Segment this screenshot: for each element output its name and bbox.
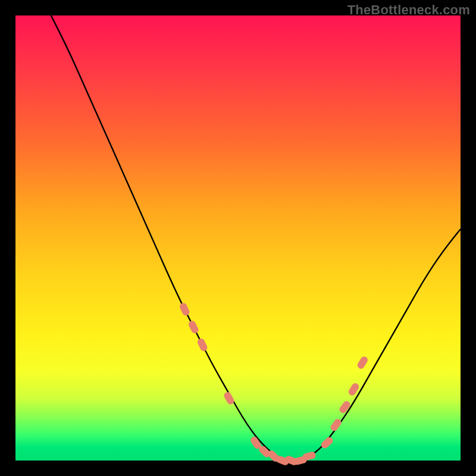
svg-rect-3 — [223, 391, 235, 406]
svg-rect-1 — [187, 320, 200, 334]
marker-group — [178, 302, 369, 466]
marker-point — [178, 302, 190, 317]
chart-frame: TheBottleneck.com — [0, 0, 476, 476]
marker-point — [320, 436, 334, 450]
bottleneck-curve — [51, 15, 461, 461]
marker-point — [196, 337, 209, 352]
watermark-text: TheBottleneck.com — [347, 2, 470, 18]
marker-point — [187, 320, 200, 334]
svg-rect-13 — [338, 400, 352, 415]
chart-overlay — [15, 15, 461, 461]
svg-rect-2 — [196, 337, 209, 352]
marker-point — [338, 400, 352, 415]
svg-rect-10 — [302, 451, 317, 461]
svg-rect-15 — [356, 355, 369, 370]
marker-point — [329, 418, 343, 433]
svg-rect-12 — [329, 418, 343, 433]
svg-rect-11 — [320, 436, 334, 450]
marker-point — [302, 451, 317, 461]
marker-point — [356, 355, 369, 370]
marker-point — [223, 391, 235, 406]
svg-rect-0 — [178, 302, 190, 317]
